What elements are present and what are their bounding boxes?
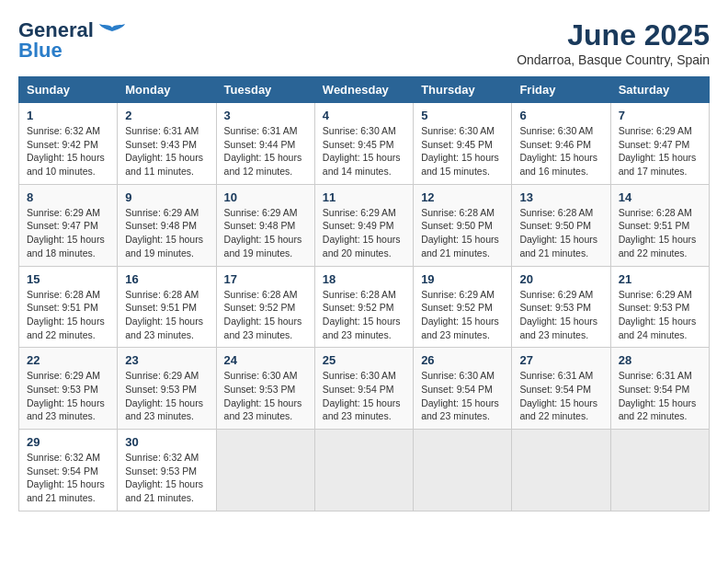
table-row: 13Sunrise: 6:28 AM Sunset: 9:50 PM Dayli… [512,184,610,266]
calendar-week-1: 8Sunrise: 6:29 AM Sunset: 9:47 PM Daylig… [19,184,710,266]
table-row [216,430,314,511]
day-info: Sunrise: 6:29 AM Sunset: 9:53 PM Dayligh… [125,369,208,423]
day-info: Sunrise: 6:28 AM Sunset: 9:51 PM Dayligh… [619,206,701,260]
day-info: Sunrise: 6:30 AM Sunset: 9:46 PM Dayligh… [519,124,602,178]
table-row [512,430,610,511]
day-info: Sunrise: 6:28 AM Sunset: 9:51 PM Dayligh… [27,288,109,342]
day-number: 8 [27,190,109,204]
day-number: 7 [619,109,701,122]
table-row: 18Sunrise: 6:28 AM Sunset: 9:52 PM Dayli… [314,266,413,348]
table-row: 9Sunrise: 6:29 AM Sunset: 9:48 PM Daylig… [118,184,216,266]
day-number: 19 [421,272,504,286]
header-wednesday: Wednesday [314,77,413,103]
day-number: 17 [224,272,307,286]
header-tuesday: Tuesday [216,77,314,103]
table-row: 20Sunrise: 6:29 AM Sunset: 9:53 PM Dayli… [512,266,610,348]
day-info: Sunrise: 6:32 AM Sunset: 9:54 PM Dayligh… [27,451,109,505]
logo-bird-icon [99,24,125,42]
table-row: 15Sunrise: 6:28 AM Sunset: 9:51 PM Dayli… [19,266,118,348]
table-row: 3Sunrise: 6:31 AM Sunset: 9:44 PM Daylig… [216,103,314,185]
table-row: 5Sunrise: 6:30 AM Sunset: 9:45 PM Daylig… [414,103,512,185]
calendar-title: June 2025 [517,18,710,52]
day-number: 28 [619,353,701,367]
day-number: 13 [519,190,602,204]
calendar-table: Sunday Monday Tuesday Wednesday Thursday… [18,76,710,511]
table-row: 19Sunrise: 6:29 AM Sunset: 9:52 PM Dayli… [414,266,512,348]
table-row: 24Sunrise: 6:30 AM Sunset: 9:53 PM Dayli… [216,348,314,430]
day-info: Sunrise: 6:32 AM Sunset: 9:53 PM Dayligh… [125,451,208,505]
day-number: 10 [224,190,307,204]
day-info: Sunrise: 6:28 AM Sunset: 9:51 PM Dayligh… [125,288,208,342]
logo-blue-text: Blue [18,39,63,63]
day-number: 20 [519,272,602,286]
table-row: 10Sunrise: 6:29 AM Sunset: 9:48 PM Dayli… [216,184,314,266]
table-row: 8Sunrise: 6:29 AM Sunset: 9:47 PM Daylig… [19,184,118,266]
day-number: 25 [323,353,405,367]
day-info: Sunrise: 6:28 AM Sunset: 9:50 PM Dayligh… [519,206,602,260]
table-row: 12Sunrise: 6:28 AM Sunset: 9:50 PM Dayli… [414,184,512,266]
day-info: Sunrise: 6:29 AM Sunset: 9:48 PM Dayligh… [125,206,208,260]
table-row: 11Sunrise: 6:29 AM Sunset: 9:49 PM Dayli… [314,184,413,266]
day-number: 23 [125,353,208,367]
day-info: Sunrise: 6:31 AM Sunset: 9:44 PM Dayligh… [224,124,307,178]
table-row: 16Sunrise: 6:28 AM Sunset: 9:51 PM Dayli… [118,266,216,348]
day-info: Sunrise: 6:30 AM Sunset: 9:45 PM Dayligh… [421,124,504,178]
table-row: 17Sunrise: 6:28 AM Sunset: 9:52 PM Dayli… [216,266,314,348]
day-number: 24 [224,353,307,367]
table-row: 25Sunrise: 6:30 AM Sunset: 9:54 PM Dayli… [314,348,413,430]
day-number: 18 [323,272,405,286]
table-row: 21Sunrise: 6:29 AM Sunset: 9:53 PM Dayli… [610,266,709,348]
table-row: 4Sunrise: 6:30 AM Sunset: 9:45 PM Daylig… [314,103,413,185]
day-number: 14 [619,190,701,204]
day-number: 22 [27,353,109,367]
table-row [414,430,512,511]
logo: General Blue [18,18,125,63]
day-info: Sunrise: 6:29 AM Sunset: 9:49 PM Dayligh… [323,206,405,260]
table-row: 14Sunrise: 6:28 AM Sunset: 9:51 PM Dayli… [610,184,709,266]
table-row: 22Sunrise: 6:29 AM Sunset: 9:53 PM Dayli… [19,348,118,430]
table-row: 26Sunrise: 6:30 AM Sunset: 9:54 PM Dayli… [414,348,512,430]
day-number: 15 [27,272,109,286]
day-info: Sunrise: 6:29 AM Sunset: 9:53 PM Dayligh… [619,288,701,342]
table-row: 30Sunrise: 6:32 AM Sunset: 9:53 PM Dayli… [118,430,216,511]
day-number: 6 [519,109,602,122]
day-info: Sunrise: 6:29 AM Sunset: 9:48 PM Dayligh… [224,206,307,260]
header-monday: Monday [118,77,216,103]
calendar-week-4: 29Sunrise: 6:32 AM Sunset: 9:54 PM Dayli… [19,430,710,511]
day-info: Sunrise: 6:30 AM Sunset: 9:45 PM Dayligh… [323,124,405,178]
day-info: Sunrise: 6:28 AM Sunset: 9:52 PM Dayligh… [224,288,307,342]
day-number: 9 [125,190,208,204]
table-row [610,430,709,511]
day-number: 21 [619,272,701,286]
title-area: June 2025 Ondarroa, Basque Country, Spai… [517,18,710,67]
day-number: 12 [421,190,504,204]
table-row: 6Sunrise: 6:30 AM Sunset: 9:46 PM Daylig… [512,103,610,185]
day-info: Sunrise: 6:30 AM Sunset: 9:54 PM Dayligh… [421,369,504,423]
day-info: Sunrise: 6:29 AM Sunset: 9:47 PM Dayligh… [619,124,701,178]
table-row: 27Sunrise: 6:31 AM Sunset: 9:54 PM Dayli… [512,348,610,430]
day-number: 2 [125,109,208,122]
header-friday: Friday [512,77,610,103]
day-info: Sunrise: 6:29 AM Sunset: 9:53 PM Dayligh… [27,369,109,423]
day-info: Sunrise: 6:29 AM Sunset: 9:53 PM Dayligh… [519,288,602,342]
day-info: Sunrise: 6:31 AM Sunset: 9:43 PM Dayligh… [125,124,208,178]
table-row [314,430,413,511]
day-number: 1 [27,109,109,122]
day-number: 26 [421,353,504,367]
header-sunday: Sunday [19,77,118,103]
day-number: 16 [125,272,208,286]
calendar-week-3: 22Sunrise: 6:29 AM Sunset: 9:53 PM Dayli… [19,348,710,430]
table-row: 1Sunrise: 6:32 AM Sunset: 9:42 PM Daylig… [19,103,118,185]
calendar-subtitle: Ondarroa, Basque Country, Spain [517,52,710,67]
header-saturday: Saturday [610,77,709,103]
day-info: Sunrise: 6:29 AM Sunset: 9:47 PM Dayligh… [27,206,109,260]
header-row: Sunday Monday Tuesday Wednesday Thursday… [19,77,710,103]
day-number: 3 [224,109,307,122]
day-number: 27 [519,353,602,367]
table-row: 23Sunrise: 6:29 AM Sunset: 9:53 PM Dayli… [118,348,216,430]
day-info: Sunrise: 6:32 AM Sunset: 9:42 PM Dayligh… [27,124,109,178]
day-number: 29 [27,435,109,449]
day-number: 11 [323,190,405,204]
calendar-week-0: 1Sunrise: 6:32 AM Sunset: 9:42 PM Daylig… [19,103,710,185]
day-info: Sunrise: 6:29 AM Sunset: 9:52 PM Dayligh… [421,288,504,342]
